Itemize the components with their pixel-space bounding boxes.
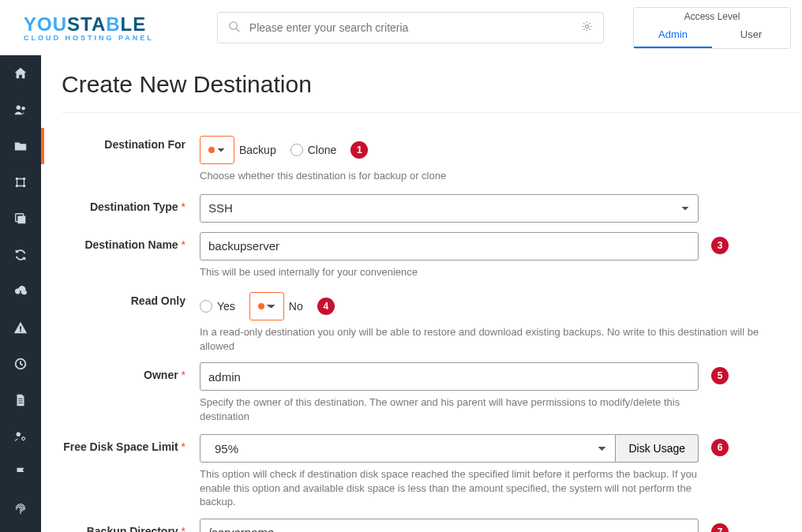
sidebar-module[interactable] — [0, 164, 41, 200]
sidebar-file[interactable] — [0, 382, 41, 418]
access-level: Access Level Admin User — [633, 7, 791, 49]
svg-point-3 — [17, 106, 21, 110]
svg-point-2 — [585, 24, 588, 28]
svg-point-14 — [17, 433, 21, 436]
tab-admin[interactable]: Admin — [634, 24, 712, 48]
annotation-bullet: 7 — [711, 523, 729, 532]
svg-point-6 — [23, 178, 26, 181]
input-owner[interactable] — [200, 362, 699, 391]
search-input[interactable] — [217, 12, 604, 43]
tab-user[interactable]: User — [712, 24, 790, 48]
label-read-only: Read Only — [62, 288, 200, 307]
sidebar-users[interactable] — [0, 92, 41, 128]
sidebar-users-cog[interactable] — [0, 418, 41, 455]
svg-rect-9 — [17, 215, 25, 223]
hint-destination-for: Choose whether this destination is for b… — [200, 169, 796, 183]
page-title: Create New Destination — [62, 71, 802, 98]
logo: YOUSTABLE CLOUD HOSTING PANEL — [24, 13, 154, 42]
header: YOUSTABLE CLOUD HOSTING PANEL Access Lev… — [0, 0, 802, 55]
label-owner: Owner * — [62, 362, 200, 381]
svg-rect-12 — [20, 331, 21, 332]
sidebar — [0, 55, 41, 532]
annotation-bullet: 5 — [711, 367, 729, 384]
sidebar-refresh[interactable] — [0, 237, 41, 273]
select-destination-type[interactable]: SSH — [200, 194, 699, 223]
annotation-bullet: 6 — [711, 439, 729, 456]
sidebar-flag[interactable] — [0, 455, 41, 491]
svg-line-1 — [236, 28, 239, 32]
disk-usage-button[interactable]: Disk Usage — [616, 434, 699, 463]
label-destination-name: Destination Name * — [62, 232, 200, 251]
logo-subtitle: CLOUD HOSTING PANEL — [24, 34, 154, 42]
input-destination-name[interactable] — [200, 232, 699, 260]
hint-owner: Specify the owner of this destination. T… — [200, 395, 699, 423]
svg-point-5 — [16, 178, 19, 181]
radio-backup[interactable]: Backup — [200, 136, 276, 164]
sidebar-home[interactable] — [0, 55, 41, 92]
form: Destination For Backup Clone 1 Choose wh… — [62, 112, 802, 532]
radio-clone[interactable]: Clone — [290, 144, 337, 156]
label-disk-limit: Free Disk Space Limit * — [62, 434, 200, 453]
hint-read-only: In a read-only destination you only will… — [200, 325, 796, 353]
search-icon — [228, 21, 240, 35]
radio-readonly-yes[interactable]: Yes — [200, 300, 235, 313]
label-backup-dir: Backup Directory * — [62, 519, 200, 532]
hint-destination-name: This will be used internally for your co… — [200, 265, 699, 279]
annotation-bullet: 3 — [711, 237, 729, 254]
label-destination-for: Destination For — [62, 132, 200, 151]
main-content: Create New Destination Destination For B… — [43, 55, 802, 532]
access-level-title: Access Level — [634, 8, 790, 24]
gear-icon[interactable] — [581, 21, 593, 35]
select-disk-limit[interactable]: 95% — [200, 434, 616, 463]
input-backup-dir[interactable] — [200, 519, 699, 532]
svg-point-0 — [230, 22, 237, 29]
svg-point-7 — [16, 185, 19, 188]
svg-point-15 — [22, 437, 25, 440]
search-box — [217, 12, 604, 43]
sidebar-fingerprint[interactable] — [0, 491, 41, 527]
svg-point-8 — [23, 185, 26, 188]
svg-rect-11 — [20, 326, 21, 330]
sidebar-clock[interactable] — [0, 346, 41, 382]
radio-readonly-no[interactable]: No — [249, 292, 303, 320]
sidebar-cloud-download[interactable] — [0, 273, 41, 309]
sidebar-warning[interactable] — [0, 309, 41, 346]
svg-point-4 — [21, 107, 25, 111]
annotation-bullet: 4 — [317, 298, 335, 315]
annotation-bullet: 1 — [350, 141, 368, 159]
logo-text: YOUSTABLE — [24, 13, 146, 36]
label-destination-type: Destination Type * — [62, 194, 200, 213]
sidebar-copy[interactable] — [0, 200, 41, 237]
hint-disk-limit: This option will check if destination di… — [200, 467, 699, 509]
sidebar-folder[interactable] — [0, 128, 41, 164]
